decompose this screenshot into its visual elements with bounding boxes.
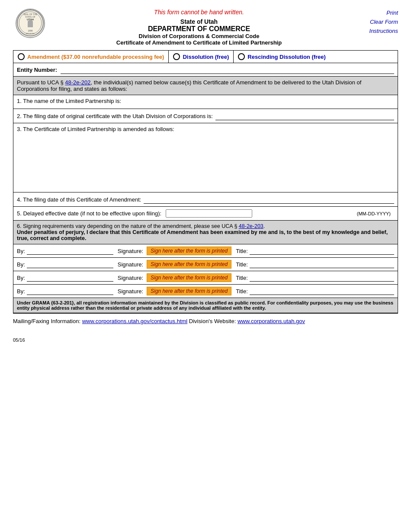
pursuant-link[interactable]: 48-2e-202 [65, 79, 90, 86]
amendment-radio[interactable] [18, 53, 25, 60]
item3-row: 3. The Certificate of Limited Partnershi… [13, 123, 398, 192]
sig-title-label-2: Title: [236, 261, 248, 268]
rescinding-option[interactable]: Rescinding Dissolution (free) [234, 51, 330, 63]
logo-area: SEAL OF THE STATE OF UTAH 1896 INDUSTRY [13, 9, 48, 38]
mailing-label: Mailing/Faxing Information: [13, 318, 80, 324]
amendment-label: Amendment ($37.00 nonrefundable processi… [27, 54, 164, 60]
sig-title-label-1: Title: [236, 248, 248, 254]
divisions-url[interactable]: www.corporations.utah.gov [238, 318, 305, 324]
grama-row: Under GRAMA {63-2-201}, all registration… [13, 298, 398, 313]
dissolution-option[interactable]: Dissolution (free) [169, 51, 234, 63]
print-link[interactable]: Print [350, 9, 398, 18]
form-container: Amendment ($37.00 nonrefundable processi… [13, 50, 398, 314]
sig-box-1: Sign here after the form is printed [147, 247, 231, 255]
sig-signature-label-2: Signature: [118, 261, 143, 268]
item3-label: 3. The Certificate of Limited Partnershi… [17, 126, 174, 132]
item5-input[interactable] [166, 209, 252, 218]
footer-links: Mailing/Faxing Information: www.corporat… [13, 318, 398, 324]
sig-underline-2 [27, 260, 113, 268]
sig-by-3: By: [17, 275, 25, 281]
utah-seal: SEAL OF THE STATE OF UTAH 1896 INDUSTRY [16, 9, 45, 38]
certificate-title: Certificate of Amendment to Certificate … [48, 39, 350, 46]
rescinding-radio[interactable] [238, 53, 245, 60]
sig-row-4: By: Signature: Sign here after the form … [13, 285, 398, 298]
item6-text: 6. Signing requirements vary depending o… [17, 223, 394, 229]
mm-dd-yyyy-label: (MM-DD-YYYY) [357, 211, 394, 216]
mailing-url[interactable]: www.corporations.utah.gov/contactus.html [82, 318, 188, 324]
entity-number-label: Entity Number: [17, 67, 57, 73]
sig-row-3: By: Signature: Sign here after the form … [13, 271, 398, 285]
sig-row-1: By: Signature: Sign here after the form … [13, 244, 398, 258]
sig-title-underline-2 [250, 260, 394, 268]
item5-row: 5. Delayed effective date (if not to be … [13, 207, 398, 221]
rescinding-label: Rescinding Dissolution (free) [247, 54, 326, 60]
dissolution-radio[interactable] [173, 53, 180, 60]
svg-text:INDUSTRY: INDUSTRY [26, 32, 35, 35]
sig-underline-3 [27, 274, 113, 282]
sig-underline-4 [27, 287, 113, 295]
item2-input[interactable] [215, 112, 394, 120]
no-handwrite-notice: This form cannot be hand written. [48, 9, 350, 16]
item6-link[interactable]: 48-2e-203 [239, 223, 263, 229]
sig-title-label-3: Title: [236, 275, 248, 281]
item4-row: 4. The filing date of this Certificate o… [13, 192, 398, 207]
perjury-text: Under penalties of perjury, I declare th… [17, 229, 394, 241]
divisions-label: Division's Website: [189, 318, 238, 324]
division-name: Division of Corporations & Commercial Co… [48, 33, 350, 39]
pursuant-row: Pursuant to UCA § 48-2e-202, the individ… [13, 77, 398, 95]
sig-row-2: By: Signature: Sign here after the form … [13, 258, 398, 271]
item6-row: 6. Signing requirements vary depending o… [13, 221, 398, 244]
sig-title-underline-3 [250, 274, 394, 282]
item6-intro: 6. Signing requirements vary depending o… [17, 223, 239, 229]
item2-row: 2. The filing date of original certifica… [13, 109, 398, 123]
sig-box-3: Sign here after the form is printed [147, 273, 231, 282]
entity-number-row: Entity Number: [13, 63, 398, 77]
sig-title-underline-1 [250, 247, 394, 255]
amendment-option[interactable]: Amendment ($37.00 nonrefundable processi… [13, 51, 169, 63]
clear-form-link[interactable]: Clear Form [350, 18, 398, 27]
sig-by-2: By: [17, 261, 25, 268]
item1-row: 1. The name of the Limited Partnership i… [13, 95, 398, 109]
header-center: This form cannot be hand written. State … [48, 9, 350, 46]
dissolution-label: Dissolution (free) [183, 54, 229, 60]
header-right-links: Print Clear Form Instructions [350, 9, 398, 35]
sig-signature-label-1: Signature: [118, 248, 143, 254]
item4-input[interactable] [144, 195, 394, 204]
state-name: State of Utah [48, 18, 350, 25]
grama-text: Under GRAMA {63-2-201}, all registration… [17, 300, 393, 311]
pursuant-text: Pursuant to UCA § [17, 79, 65, 86]
item5-left: 5. Delayed effective date (if not to be … [13, 207, 346, 220]
sig-box-2: Sign here after the form is printed [147, 260, 231, 269]
header: SEAL OF THE STATE OF UTAH 1896 INDUSTRY … [13, 9, 398, 46]
sig-by-4: By: [17, 288, 25, 295]
item4-label: 4. The filing date of this Certificate o… [17, 196, 141, 203]
radio-row: Amendment ($37.00 nonrefundable processi… [13, 51, 398, 63]
item1-label: 1. The name of the Limited Partnership i… [17, 98, 121, 104]
sig-underline-1 [27, 247, 113, 255]
sig-title-label-4: Title: [236, 288, 248, 295]
sig-signature-label-4: Signature: [118, 288, 143, 295]
sig-title-underline-4 [250, 287, 394, 295]
sig-box-4: Sign here after the form is printed [147, 287, 231, 295]
instructions-link[interactable]: Instructions [350, 27, 398, 36]
item6-rest: . [263, 223, 265, 229]
svg-text:1896: 1896 [28, 29, 32, 32]
item5-label: 5. Delayed effective date (if not to be … [17, 210, 161, 217]
item2-label: 2. The filing date of original certifica… [17, 113, 213, 119]
entity-number-input[interactable] [61, 65, 394, 74]
item5-right: (MM-DD-YYYY) [346, 211, 398, 216]
sig-signature-label-3: Signature: [118, 275, 143, 281]
version-label: 05/16 [13, 337, 398, 343]
department-name: DEPARTMENT OF COMMERCE [48, 25, 350, 33]
sig-by-1: By: [17, 248, 25, 254]
